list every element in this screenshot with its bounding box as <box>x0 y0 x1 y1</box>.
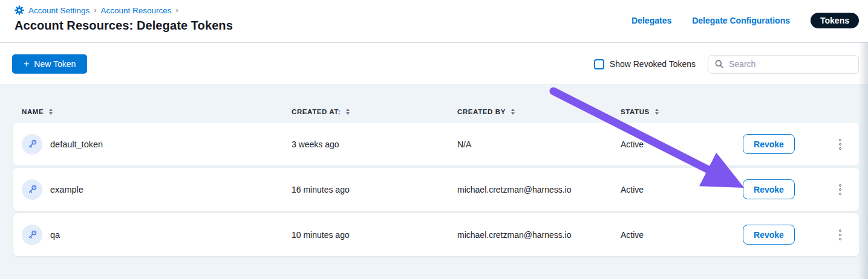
column-header-created-by[interactable]: CREATED BY <box>457 108 621 115</box>
plus-icon: + <box>24 59 29 69</box>
breadcrumb: Account Settings › Account Resources › <box>15 5 178 15</box>
kebab-menu-icon[interactable] <box>836 181 844 199</box>
show-revoked-tokens-toggle[interactable]: Show Revoked Tokens <box>594 59 696 69</box>
search-input[interactable] <box>729 59 852 69</box>
show-revoked-checkbox[interactable] <box>594 59 604 69</box>
page-title: Account Resources: Delegate Tokens <box>15 19 233 33</box>
token-name: example <box>50 185 83 194</box>
created-at-cell: 16 minutes ago <box>292 185 457 194</box>
menu-cell <box>834 135 859 153</box>
created-at-cell: 3 weeks ago <box>292 140 457 149</box>
kebab-menu-icon[interactable] <box>836 226 844 244</box>
tokens-table-section: NAME CREATED AT: CREATED BY STATUS <box>0 85 868 279</box>
table-row-default-token[interactable]: default_token 3 weeks ago N/A Active Rev… <box>13 123 859 165</box>
search-icon <box>714 59 724 69</box>
name-cell: example <box>22 179 292 200</box>
breadcrumb-separator: › <box>176 6 178 14</box>
show-revoked-label: Show Revoked Tokens <box>610 59 696 69</box>
menu-cell <box>834 226 859 244</box>
created-by-cell: michael.cretzman@harness.io <box>457 185 621 194</box>
action-cell: Revoke <box>742 225 834 245</box>
table-header-row: NAME CREATED AT: CREATED BY STATUS <box>22 108 859 115</box>
column-header-label: NAME <box>22 108 44 115</box>
action-cell: Revoke <box>742 134 834 154</box>
sort-icon[interactable] <box>655 109 659 115</box>
status-cell: Active <box>621 185 742 194</box>
revoke-button[interactable]: Revoke <box>743 225 795 245</box>
new-token-label: New Token <box>34 59 76 69</box>
revoke-button[interactable]: Revoke <box>743 134 795 154</box>
created-by-cell: N/A <box>457 140 621 149</box>
status-cell: Active <box>621 230 742 240</box>
token-name: default_token <box>50 140 103 149</box>
header-tabs: Delegates Delegate Configurations Tokens <box>631 13 859 28</box>
search-box[interactable] <box>708 55 859 74</box>
created-by-cell: michael.cretzman@harness.io <box>457 230 621 240</box>
column-header-label: CREATED BY <box>457 108 506 115</box>
column-header-created-at[interactable]: CREATED AT: <box>292 108 457 115</box>
revoke-button-row-example[interactable]: Revoke <box>743 179 795 199</box>
menu-cell <box>834 181 859 199</box>
token-key-icon <box>22 225 42 245</box>
column-header-name[interactable]: NAME <box>22 108 292 115</box>
new-token-button[interactable]: + New Token <box>12 54 87 74</box>
sort-icon[interactable] <box>49 109 53 115</box>
settings-gear-icon <box>15 5 24 15</box>
column-header-label: STATUS <box>621 108 650 115</box>
tab-tokens-active[interactable]: Tokens <box>811 13 859 28</box>
status-cell: Active <box>621 140 742 149</box>
tab-delegate-configurations[interactable]: Delegate Configurations <box>692 16 790 25</box>
token-key-icon <box>22 134 42 155</box>
breadcrumb-link-account-resources[interactable]: Account Resources <box>100 6 171 15</box>
header-divider <box>0 42 868 43</box>
created-at-cell: 10 minutes ago <box>292 230 457 240</box>
tab-delegates[interactable]: Delegates <box>631 16 671 25</box>
token-key-icon <box>22 179 42 200</box>
sort-icon[interactable] <box>511 109 515 115</box>
name-cell: default_token <box>22 134 292 155</box>
toolbar-right: Show Revoked Tokens <box>594 54 859 74</box>
column-header-status[interactable]: STATUS <box>621 108 859 115</box>
token-name: qa <box>50 230 60 240</box>
kebab-menu-icon[interactable] <box>836 135 844 153</box>
table-body: default_token 3 weeks ago N/A Active Rev… <box>13 123 859 256</box>
breadcrumb-link-account-settings[interactable]: Account Settings <box>28 6 90 15</box>
table-row-qa[interactable]: qa 10 minutes ago michael.cretzman@harne… <box>13 213 859 256</box>
name-cell: qa <box>22 225 292 245</box>
action-cell: Revoke <box>742 179 834 199</box>
breadcrumb-separator: › <box>94 6 96 14</box>
table-row-example[interactable]: example 16 minutes ago michael.cretzman@… <box>13 168 859 211</box>
sort-icon[interactable] <box>346 109 350 115</box>
column-header-label: CREATED AT: <box>292 108 341 115</box>
